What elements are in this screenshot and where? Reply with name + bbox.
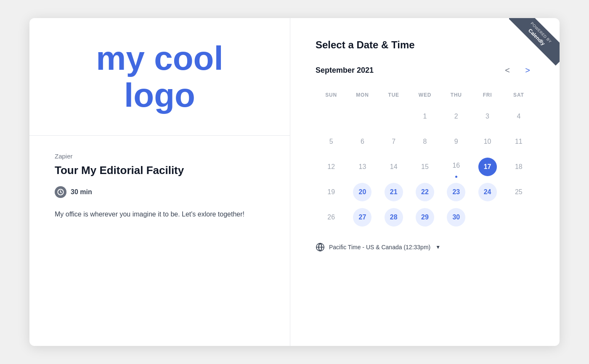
- day-num[interactable]: 29: [416, 208, 434, 227]
- day-num: 19: [322, 183, 340, 201]
- days-grid: 1234567891011121314151617181920212223242…: [316, 105, 534, 229]
- day-num: 25: [509, 183, 528, 201]
- day-num-empty: [478, 208, 497, 227]
- day-cell: 18: [503, 155, 534, 179]
- day-num: 15: [416, 158, 434, 176]
- day-cell[interactable]: 17: [472, 155, 503, 179]
- globe-icon: [316, 243, 325, 252]
- availability-dot: [455, 176, 457, 178]
- day-cell: 16: [440, 155, 472, 179]
- day-cell: 7: [378, 130, 409, 153]
- day-cell[interactable]: 22: [409, 180, 440, 204]
- day-num-empty: [385, 107, 403, 126]
- weekday-row: SUN MON TUE WED THU FRI SAT: [316, 89, 534, 101]
- day-num-empty: [322, 107, 340, 126]
- day-num: 3: [478, 107, 497, 126]
- day-num: 26: [322, 208, 340, 227]
- day-cell: [316, 105, 347, 128]
- day-num[interactable]: 28: [385, 208, 403, 227]
- widget-container: my cool logo Zapier Tour My Editorial Fa…: [29, 18, 560, 346]
- day-cell: 3: [472, 105, 503, 128]
- powered-by-inner: POWERED BY Calendly: [509, 18, 560, 66]
- description-text: My office is wherever you imagine it to …: [55, 209, 265, 220]
- calendar-grid: September 2021 < > SUN MON TUE WED THU F…: [316, 63, 534, 229]
- clock-icon: [55, 186, 66, 198]
- weekday-sat: SAT: [503, 89, 534, 101]
- day-cell[interactable]: 28: [378, 206, 409, 229]
- logo-text: my cool logo: [96, 40, 223, 114]
- day-cell: 4: [503, 105, 534, 128]
- day-num: 2: [447, 107, 465, 126]
- day-cell: 15: [409, 155, 440, 179]
- day-cell: 19: [316, 180, 347, 204]
- day-cell: [472, 206, 503, 229]
- day-cell: 5: [316, 130, 347, 153]
- day-cell: 11: [503, 130, 534, 153]
- day-num: 13: [353, 158, 371, 176]
- timezone-text: Pacific Time - US & Canada (12:33pm): [329, 244, 430, 251]
- day-num: 14: [385, 158, 403, 176]
- day-num[interactable]: 20: [353, 183, 371, 201]
- day-num[interactable]: 27: [353, 208, 371, 227]
- day-cell[interactable]: 23: [440, 180, 472, 204]
- day-cell[interactable]: 29: [409, 206, 440, 229]
- weekday-wed: WED: [409, 89, 440, 101]
- day-cell: 14: [378, 155, 409, 179]
- day-num: 9: [447, 132, 465, 151]
- logo-line1: my cool: [96, 40, 223, 77]
- day-cell[interactable]: 20: [347, 180, 378, 204]
- day-num: 6: [353, 132, 371, 151]
- day-cell: 1: [409, 105, 440, 128]
- day-cell[interactable]: 24: [472, 180, 503, 204]
- day-cell[interactable]: 30: [440, 206, 472, 229]
- day-num: 4: [509, 107, 528, 126]
- day-cell: 2: [440, 105, 472, 128]
- day-num[interactable]: 30: [447, 208, 465, 227]
- day-num[interactable]: 22: [416, 183, 434, 201]
- powered-by-banner: POWERED BY Calendly: [509, 18, 560, 69]
- day-num-empty: [353, 107, 371, 126]
- calendar-header: September 2021 < >: [316, 63, 534, 77]
- section-title: Select a Date & Time: [316, 39, 534, 51]
- duration-row: 30 min: [55, 186, 265, 198]
- day-cell: 8: [409, 130, 440, 153]
- organizer-name: Zapier: [55, 153, 265, 160]
- weekday-fri: FRI: [472, 89, 503, 101]
- day-num: 16: [447, 156, 465, 175]
- day-num: 7: [385, 132, 403, 151]
- month-year: September 2021: [316, 66, 374, 75]
- weekday-tue: TUE: [378, 89, 409, 101]
- day-num: 11: [509, 132, 528, 151]
- day-cell: [378, 105, 409, 128]
- info-section: Zapier Tour My Editorial Facility 30 min…: [29, 136, 290, 346]
- day-cell: 13: [347, 155, 378, 179]
- day-cell: 9: [440, 130, 472, 153]
- day-cell: 6: [347, 130, 378, 153]
- day-num[interactable]: 17: [478, 158, 497, 176]
- day-cell: [347, 105, 378, 128]
- day-num-empty: [509, 208, 528, 227]
- day-num[interactable]: 24: [478, 183, 497, 201]
- timezone-dropdown-arrow: ▼: [435, 244, 440, 250]
- timezone-row[interactable]: Pacific Time - US & Canada (12:33pm) ▼: [316, 243, 534, 252]
- weekday-mon: MON: [347, 89, 378, 101]
- day-cell: 26: [316, 206, 347, 229]
- logo-section: my cool logo: [29, 18, 290, 136]
- event-title: Tour My Editorial Facility: [55, 164, 265, 177]
- day-num: 12: [322, 158, 340, 176]
- weekday-thu: THU: [440, 89, 472, 101]
- day-num: 5: [322, 132, 340, 151]
- day-cell: [503, 206, 534, 229]
- day-cell: 12: [316, 155, 347, 179]
- day-cell[interactable]: 27: [347, 206, 378, 229]
- day-cell[interactable]: 21: [378, 180, 409, 204]
- day-num[interactable]: 21: [385, 183, 403, 201]
- day-num[interactable]: 23: [447, 183, 465, 201]
- left-panel: my cool logo Zapier Tour My Editorial Fa…: [29, 18, 290, 346]
- day-num: 18: [509, 158, 528, 176]
- day-num: 10: [478, 132, 497, 151]
- day-num: 1: [416, 107, 434, 126]
- logo-line2: logo: [124, 76, 195, 114]
- right-panel: POWERED BY Calendly Select a Date & Time…: [290, 18, 560, 346]
- duration-text: 30 min: [71, 188, 92, 196]
